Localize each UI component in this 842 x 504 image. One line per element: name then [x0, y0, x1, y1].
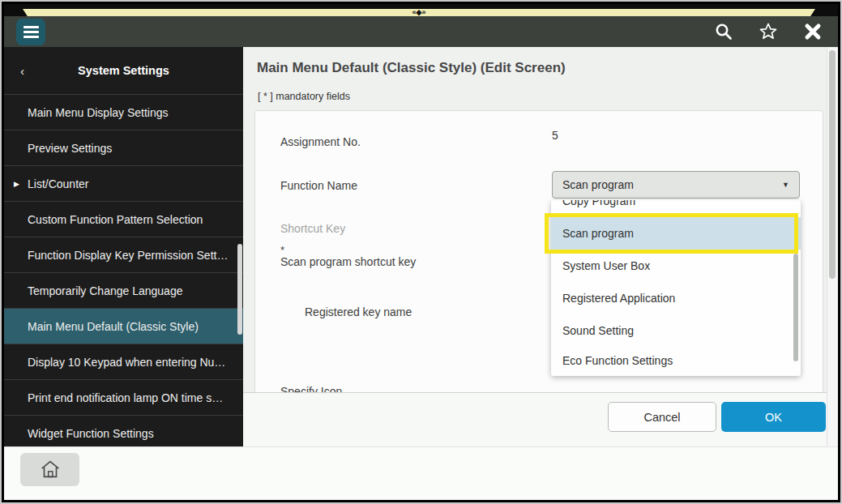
- sidebar-header: ‹ System Settings: [4, 47, 243, 95]
- sidebar-item-custom-function-pattern[interactable]: Custom Function Pattern Selection: [4, 202, 243, 237]
- dropdown-option-copy-program[interactable]: Copy Program: [551, 200, 801, 217]
- dropdown-option-sound-setting[interactable]: Sound Setting: [551, 314, 801, 347]
- sidebar-item-list-counter[interactable]: ▶ List/Counter: [4, 166, 243, 202]
- back-chevron-icon[interactable]: ‹: [20, 65, 24, 77]
- main-scrollbar-track[interactable]: [827, 47, 838, 446]
- function-name-selected-value: Scan program: [562, 178, 782, 191]
- submenu-arrow-icon: ▶: [14, 180, 19, 188]
- assignment-no-value: 5: [552, 129, 558, 142]
- appbar-actions: [713, 16, 823, 47]
- dropdown-scrollbar[interactable]: [793, 254, 798, 361]
- home-icon: [38, 458, 62, 482]
- shortcut-key-label: Shortcut Key: [280, 222, 345, 235]
- form-footer: Cancel OK: [243, 392, 827, 446]
- function-name-select[interactable]: Scan program ▼: [552, 171, 800, 199]
- favorites-star-icon[interactable]: [758, 21, 779, 42]
- main-scrollbar-thumb[interactable]: [829, 50, 836, 279]
- ok-button[interactable]: OK: [721, 402, 826, 432]
- dropdown-option-system-user-box[interactable]: System User Box: [551, 250, 801, 282]
- assignment-no-label: Assignment No.: [280, 135, 361, 148]
- mandatory-star: *: [280, 246, 416, 255]
- dropdown-option-scan-program[interactable]: Scan program: [551, 217, 801, 250]
- content-area: ‹ System Settings Main Menu Display Sett…: [4, 47, 838, 446]
- edit-screen-panel: Main Menu Default (Classic Style) (Edit …: [243, 47, 838, 446]
- app-bar: [4, 16, 838, 47]
- device-screen: «◆»: [2, 2, 840, 502]
- function-name-label: Function Name: [280, 179, 357, 192]
- close-icon[interactable]: [802, 21, 823, 42]
- settings-sidebar: ‹ System Settings Main Menu Display Sett…: [4, 47, 243, 446]
- menu-button[interactable]: [16, 19, 45, 45]
- sidebar-title: System Settings: [78, 64, 169, 77]
- sidebar-item-print-end-notification[interactable]: Print end notification lamp ON time s…: [4, 380, 243, 416]
- hamburger-icon: [24, 26, 39, 28]
- panel-pull-handle[interactable]: «◆»: [23, 9, 815, 16]
- registered-key-name-label: Registered key name: [305, 305, 412, 318]
- dropdown-option-registered-application[interactable]: Registered Application: [551, 282, 801, 314]
- search-icon[interactable]: [713, 21, 734, 42]
- pull-handle-icon: «◆»: [412, 9, 426, 16]
- bottom-bar: [4, 446, 838, 500]
- sidebar-item-widget-function-settings[interactable]: Widget Function Settings: [4, 416, 243, 446]
- scan-program-shortcut-key-label: * Scan program shortcut key: [280, 246, 416, 268]
- sidebar-item-function-display-key-permission[interactable]: Function Display Key Permission Sett…: [4, 237, 243, 273]
- cancel-button[interactable]: Cancel: [608, 402, 716, 432]
- sidebar-item-temporarily-change-language[interactable]: Temporarily Change Language: [4, 273, 243, 309]
- sidebar-item-main-menu-display-settings[interactable]: Main Menu Display Settings: [4, 95, 243, 130]
- dropdown-option-eco-function-settings[interactable]: Eco Function Settings: [551, 347, 801, 376]
- home-button[interactable]: [20, 453, 79, 486]
- chevron-down-icon: ▼: [782, 181, 789, 189]
- function-name-dropdown-list: Copy Program Scan program System User Bo…: [551, 200, 801, 376]
- sidebar-item-display-10-keypad[interactable]: Display 10 Keypad when entering Nu…: [4, 344, 243, 380]
- mandatory-fields-note: [ * ] mandatory fields: [258, 91, 350, 102]
- sidebar-scrollbar[interactable]: [237, 244, 242, 335]
- sidebar-item-main-menu-default-classic[interactable]: Main Menu Default (Classic Style): [4, 309, 243, 344]
- page-title: Main Menu Default (Classic Style) (Edit …: [257, 60, 566, 76]
- sidebar-item-preview-settings[interactable]: Preview Settings: [4, 130, 243, 166]
- top-pull-zone: «◆»: [4, 4, 838, 17]
